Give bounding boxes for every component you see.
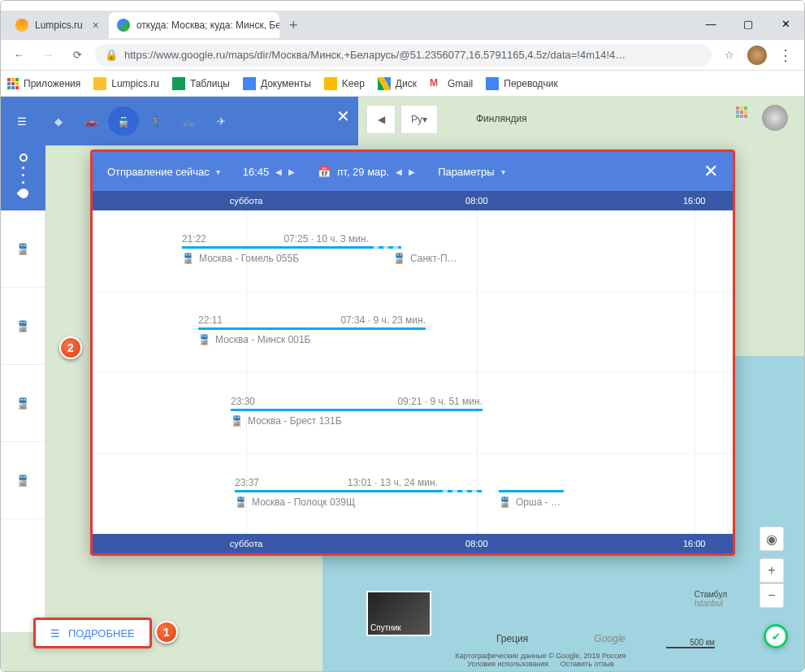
schedule-toolbar: Отправление сейчас ▾ 16:45 ◀ ▶ 📅 пт, 29 … — [93, 152, 733, 191]
list-icon: ☰ — [50, 627, 60, 639]
star-button[interactable]: ☆ — [718, 44, 741, 67]
mode-flight[interactable]: ✈ — [206, 106, 236, 136]
route-option[interactable]: 🚆 — [1, 288, 45, 365]
waypoint-indicator — [1, 145, 45, 210]
departure-mode-dropdown[interactable]: Отправление сейчас ▾ — [107, 166, 220, 178]
train-icon: 🚆 — [198, 334, 210, 345]
time-value[interactable]: 16:45 — [243, 166, 270, 178]
route-option[interactable]: 🚆 — [1, 442, 45, 519]
keep-icon — [324, 77, 337, 90]
sheets-icon — [172, 77, 185, 90]
terms-link[interactable]: Условия использования — [467, 660, 548, 668]
browser-tabs: Lumpics.ru × откуда: Москва; куда: Минск… — [1, 11, 804, 40]
calendar-icon: 📅 — [318, 166, 331, 178]
time-prev[interactable]: ◀ — [275, 167, 282, 176]
tab-title: Lumpics.ru — [35, 20, 83, 31]
bookmark-sheets[interactable]: Таблицы — [172, 77, 230, 90]
window-maximize[interactable]: ▢ — [729, 11, 767, 37]
google-watermark: Google — [594, 633, 625, 644]
hamburger-button[interactable]: ☰ — [6, 105, 38, 137]
route-option[interactable]: 🚆 — [1, 210, 45, 288]
reload-button[interactable]: ⟳ — [66, 44, 89, 67]
docs-icon — [243, 77, 256, 90]
address-bar: ← → ⟳ 🔒 https://www.google.ru/maps/dir/М… — [1, 40, 804, 71]
satellite-toggle[interactable]: Спутник — [366, 591, 431, 636]
map-attribution: Картографические данные © Google, 2019 Р… — [358, 652, 723, 668]
bookmarks-bar: Приложения Lumpics.ru Таблицы Документы … — [1, 71, 804, 97]
route-list: 🚆 🚆 🚆 🚆 — [1, 210, 45, 632]
window-close[interactable]: ✕ — [767, 11, 804, 37]
bookmark-lumpics[interactable]: Lumpics.ru — [93, 77, 159, 90]
translate-icon — [486, 77, 499, 90]
origin-dot — [19, 154, 28, 162]
account-avatar[interactable] — [762, 105, 788, 131]
close-icon[interactable]: × — [93, 19, 99, 32]
tab-lumpics[interactable]: Lumpics.ru × — [7, 12, 107, 38]
scale-bar: 500 км — [666, 638, 715, 648]
forward-button[interactable]: → — [37, 44, 59, 67]
time-ruler-top: суббота 08:00 16:00 — [93, 191, 733, 210]
train-icon: 🚆 — [393, 253, 405, 264]
mode-bike[interactable]: 🚲 — [173, 106, 204, 136]
adguard-icon[interactable]: ✔ — [764, 624, 788, 648]
favicon-lumpics — [15, 19, 28, 32]
collapse-panel-button[interactable]: ◀ — [366, 105, 396, 134]
date-prev[interactable]: ◀ — [396, 167, 402, 176]
bookmark-drive[interactable]: Диск — [378, 77, 417, 90]
profile-avatar[interactable] — [747, 46, 767, 65]
url-input[interactable]: 🔒 https://www.google.ru/maps/dir/Москва/… — [95, 44, 712, 67]
new-tab-button[interactable]: + — [289, 17, 298, 34]
map-label-istanbul: СтамбулIstanbul — [695, 590, 727, 608]
close-directions[interactable]: ✕ — [336, 106, 350, 126]
train-icon: 🚆 — [182, 253, 194, 264]
details-button[interactable]: ☰ ПОДРОБНЕЕ — [33, 618, 152, 648]
zoom-in-button[interactable]: + — [760, 558, 784, 583]
bookmark-gmail[interactable]: MGmail — [430, 77, 473, 90]
maps-viewport[interactable]: Финляндия СтамбулIstanbul Греция Google … — [1, 97, 804, 672]
language-button[interactable]: Ру ▾ — [400, 105, 438, 134]
mode-best[interactable]: ◆ — [43, 106, 74, 136]
bookmark-translate[interactable]: Переводчик — [486, 77, 558, 90]
annotation-2: 2 — [59, 336, 82, 359]
mode-car[interactable]: 🚗 — [76, 106, 106, 136]
bookmark-keep[interactable]: Keep — [324, 77, 365, 90]
zoom-out-button[interactable]: − — [760, 583, 784, 608]
google-apps-button[interactable] — [736, 106, 747, 118]
map-label-greece: Греция — [496, 633, 528, 644]
train-icon: 🚆 — [235, 496, 247, 508]
back-button[interactable]: ← — [7, 44, 30, 67]
url-text: https://www.google.ru/maps/dir/Москва/Ми… — [124, 49, 625, 61]
schedule-route[interactable]: 23:3713:01 · 13 ч. 24 мин.🚆Москва - Поло… — [93, 454, 733, 534]
tab-title: откуда: Москва; куда: Минск, Бе — [136, 20, 279, 31]
pegman-button[interactable]: ◉ — [760, 527, 784, 551]
date-value[interactable]: пт, 29 мар. — [337, 166, 389, 178]
options-dropdown[interactable]: Параметры ▾ — [438, 166, 504, 178]
schedule-route[interactable]: 21:2207:25 · 10 ч. 3 мин.🚆Москва - Гомел… — [93, 210, 733, 292]
apps-icon — [7, 78, 19, 89]
window-minimize[interactable]: — — [692, 11, 729, 37]
tab-maps[interactable]: откуда: Москва; куда: Минск, Бе × — [109, 12, 279, 38]
mode-transit[interactable]: 🚆 — [108, 106, 139, 136]
menu-button[interactable]: ⋮ — [773, 46, 798, 64]
schedule-route[interactable]: 23:3009:21 · 9 ч. 51 мин.🚆Москва - Брест… — [93, 373, 733, 454]
close-schedule[interactable]: ✕ — [703, 161, 718, 182]
schedule-panel: Отправление сейчас ▾ 16:45 ◀ ▶ 📅 пт, 29 … — [90, 150, 735, 556]
favicon-maps — [117, 19, 130, 32]
schedule-rows: 21:2207:25 · 10 ч. 3 мин.🚆Москва - Гомел… — [93, 210, 733, 534]
bookmark-docs[interactable]: Документы — [243, 77, 311, 90]
map-label-finland: Финляндия — [476, 113, 527, 124]
folder-icon — [93, 77, 106, 90]
mode-walk[interactable]: 🚶 — [141, 106, 171, 136]
gmail-icon: M — [430, 77, 443, 90]
time-ruler-bottom: суббота 08:00 16:00 — [93, 534, 733, 553]
directions-mode-bar: ☰ ◆ 🚗 🚆 🚶 🚲 ✈ ✕ — [1, 97, 358, 145]
feedback-link[interactable]: Оставить отзыв — [560, 660, 614, 668]
date-next[interactable]: ▶ — [409, 167, 415, 176]
train-icon: 🚆 — [231, 415, 243, 427]
destination-pin — [16, 187, 30, 201]
train-icon: 🚆 — [499, 496, 511, 508]
time-next[interactable]: ▶ — [288, 167, 295, 176]
apps-button[interactable]: Приложения — [7, 78, 80, 89]
route-option[interactable]: 🚆 — [1, 365, 45, 442]
schedule-route[interactable]: 22:1107:34 · 9 ч. 23 мин.🚆Москва - Минск… — [93, 292, 733, 373]
